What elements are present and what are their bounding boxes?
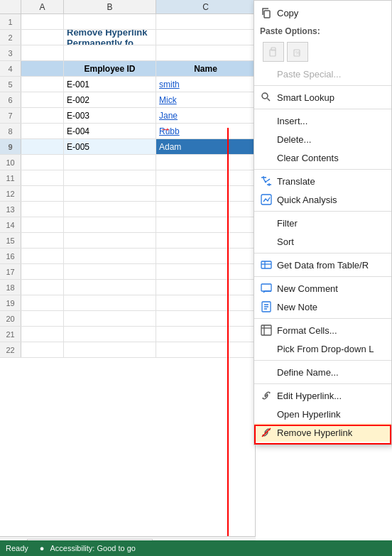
cell-6a[interactable] [21, 92, 64, 107]
cell-8c-link[interactable]: Rubb [156, 124, 256, 138]
menu-item-format-cells[interactable]: Format Cells... [254, 321, 391, 339]
cell-21c[interactable] [156, 327, 256, 342]
menu-item-delete[interactable]: Delete... [254, 130, 391, 148]
cell-9b-empid[interactable]: E-005 [64, 139, 156, 154]
cell-22b[interactable] [64, 342, 156, 357]
cell-16b[interactable] [64, 249, 156, 263]
menu-item-insert[interactable]: Insert... [254, 111, 391, 130]
cell-10c[interactable] [156, 155, 256, 170]
cell-12a[interactable] [21, 186, 64, 201]
cell-16a[interactable] [21, 249, 64, 263]
cell-14b[interactable] [64, 217, 156, 232]
menu-item-edit-hyperlink[interactable]: Edit Hyperlink... [254, 386, 391, 405]
cell-18b[interactable] [64, 280, 156, 295]
cell-8b-empid[interactable]: E-004 [64, 124, 156, 138]
menu-item-open-hyperlink[interactable]: Open Hyperlink [254, 405, 391, 423]
table-row: 14 [0, 217, 255, 233]
cell-13b[interactable] [64, 202, 156, 217]
cell-20a[interactable] [21, 311, 64, 326]
menu-item-new-comment[interactable]: New Comment [254, 279, 391, 298]
status-bar: Ready ● Accessibility: Good to go [0, 540, 392, 556]
cell-17a[interactable] [21, 264, 64, 279]
cell-17c[interactable] [156, 264, 256, 279]
paste-btn-1[interactable] [263, 42, 284, 62]
cell-7b-empid[interactable]: E-003 [64, 108, 156, 123]
cell-11c[interactable] [156, 170, 256, 185]
cell-9a[interactable] [21, 139, 64, 154]
cell-19c[interactable] [156, 295, 256, 310]
cell-12c[interactable] [156, 186, 256, 201]
cell-22c[interactable] [156, 342, 256, 357]
table-row: 7 E-003 Jane [0, 108, 255, 124]
corner-cell [0, 0, 21, 13]
cell-15a[interactable] [21, 233, 64, 248]
cell-5c-link[interactable]: smith [156, 77, 256, 92]
paste-btn-2[interactable]: % [287, 42, 308, 62]
cell-10b[interactable] [64, 155, 156, 170]
cell-20b[interactable] [64, 311, 156, 326]
menu-separator [254, 276, 391, 277]
cell-9c-highlighted[interactable]: Adam [156, 139, 256, 154]
cell-11a[interactable] [21, 170, 64, 185]
cell-20c[interactable] [156, 311, 256, 326]
cell-22a[interactable] [21, 342, 64, 357]
cell-1c[interactable] [156, 14, 256, 29]
table-row: 12 [0, 186, 255, 202]
new-note-label: New Note [277, 302, 317, 312]
format-cells-icon [260, 324, 273, 337]
menu-item-quick-analysis[interactable]: Quick Analysis [254, 190, 391, 209]
menu-item-clear-contents[interactable]: Clear Contents [254, 148, 391, 167]
menu-item-new-note[interactable]: New Note [254, 298, 391, 316]
row-num-3: 3 [0, 45, 21, 60]
quick-analysis-label: Quick Analysis [277, 195, 337, 205]
cell-19b[interactable] [64, 295, 156, 310]
cell-14c[interactable] [156, 217, 256, 232]
cell-16c[interactable] [156, 249, 256, 263]
svg-rect-13 [261, 325, 271, 335]
cell-21b[interactable] [64, 327, 156, 342]
cell-3c[interactable] [156, 45, 256, 60]
cell-15c[interactable] [156, 233, 256, 248]
menu-item-define-name[interactable]: Define Name... [254, 363, 391, 381]
cell-7a[interactable] [21, 108, 64, 123]
cell-2c[interactable] [156, 30, 256, 45]
cell-10a[interactable] [21, 155, 64, 170]
menu-item-translate[interactable]: Translate [254, 172, 391, 190]
cell-12b[interactable] [64, 186, 156, 201]
cell-5b-empid[interactable]: E-001 [64, 77, 156, 92]
cell-3b[interactable] [64, 45, 156, 60]
cell-3a[interactable] [21, 45, 64, 60]
cell-8a[interactable] [21, 124, 64, 138]
cell-14a[interactable] [21, 217, 64, 232]
table-row: 19 [0, 295, 255, 311]
menu-item-sort[interactable]: Sort [254, 232, 391, 251]
table-row: 18 [0, 280, 255, 295]
cell-7c-link[interactable]: Jane [156, 108, 256, 123]
cell-18a[interactable] [21, 280, 64, 295]
cell-5a[interactable] [21, 77, 64, 92]
cell-6c-link[interactable]: Mick [156, 92, 256, 107]
cell-13c[interactable] [156, 202, 256, 217]
menu-item-copy[interactable]: Copy [254, 4, 391, 22]
menu-item-smart-lookup[interactable]: Smart Lookup [254, 88, 391, 107]
cell-19a[interactable] [21, 295, 64, 310]
cell-1b[interactable] [64, 14, 156, 29]
cell-15b[interactable] [64, 233, 156, 248]
cell-13a[interactable] [21, 202, 64, 217]
cell-6b-empid[interactable]: E-002 [64, 92, 156, 107]
table-row: 3 [0, 45, 255, 61]
menu-item-get-data[interactable]: Get Data from Table/R [254, 256, 391, 274]
cell-11b[interactable] [64, 170, 156, 185]
table-row: 22 [0, 342, 255, 358]
insert-label: Insert... [277, 116, 307, 126]
menu-item-remove-hyperlink[interactable]: Remove Hyperlink [254, 423, 391, 442]
cell-4a[interactable] [21, 61, 64, 76]
cell-17b[interactable] [64, 264, 156, 279]
menu-item-filter[interactable]: Filter [254, 214, 391, 232]
cell-2a[interactable] [21, 30, 64, 45]
menu-item-pick-dropdown[interactable]: Pick From Drop-down L [254, 339, 391, 358]
cell-18c[interactable] [156, 280, 256, 295]
cell-21a[interactable] [21, 327, 64, 342]
cell-1a[interactable] [21, 14, 64, 29]
define-name-label: Define Name... [277, 367, 339, 378]
